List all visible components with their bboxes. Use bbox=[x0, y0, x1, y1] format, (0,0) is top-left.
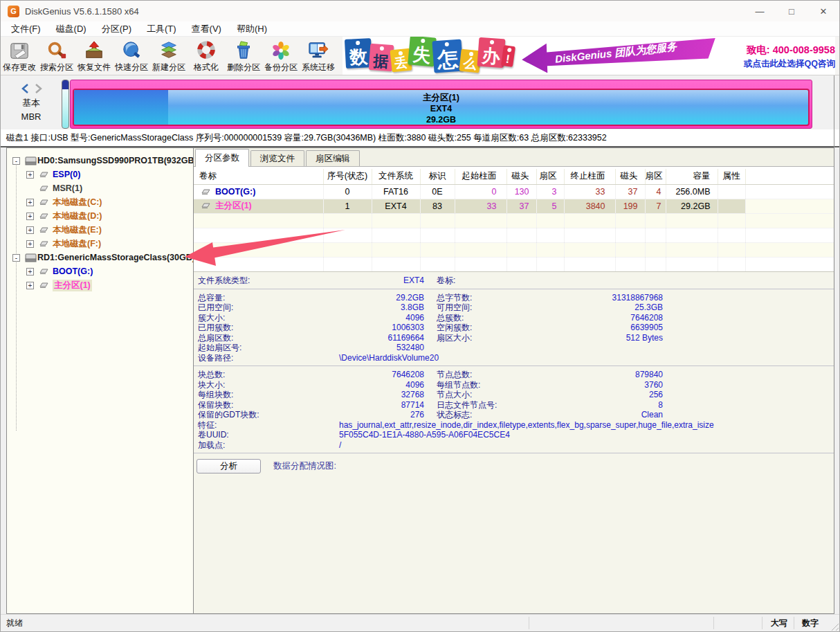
device-tree: - HD0:SamsungSSD990PRO1TB(932GB) + ESP(0… bbox=[7, 148, 194, 613]
partition-block[interactable]: 主分区(1) EXT4 29.2GB bbox=[73, 89, 810, 126]
expander-icon[interactable]: + bbox=[26, 213, 34, 220]
partition-icon bbox=[201, 188, 211, 195]
disk-map-bar: 主分区(1) EXT4 29.2GB bbox=[70, 80, 812, 129]
banner-team-text: DiskGenius 团队为您服务 bbox=[521, 40, 677, 72]
menu-partition[interactable]: 分区(P) bbox=[94, 21, 139, 37]
partition-icon bbox=[39, 240, 49, 247]
prev-disk-icon[interactable] bbox=[20, 82, 30, 95]
menu-tools[interactable]: 工具(T) bbox=[139, 21, 184, 37]
status-bar: 就绪 大写 数字 bbox=[1, 614, 839, 631]
recover-files-icon bbox=[84, 40, 104, 61]
app-title: DiskGenius V5.6.1.1580 x64 bbox=[25, 6, 139, 17]
num-lock-indicator: 数字 bbox=[796, 617, 825, 629]
analyze-button[interactable]: 分析 bbox=[197, 459, 261, 473]
status-divider bbox=[794, 617, 794, 629]
content-panel: 分区参数 浏览文件 扇区编辑 卷标序号(状态)文件系统 标识起始柱面磁头 扇区终… bbox=[194, 148, 834, 613]
resize-grip[interactable] bbox=[830, 622, 839, 631]
caps-lock-indicator: 大写 bbox=[765, 617, 794, 629]
minimize-button[interactable]: — bbox=[744, 1, 776, 21]
tab-strip: 分区参数 浏览文件 扇区编辑 bbox=[194, 148, 834, 167]
partition-icon bbox=[39, 268, 49, 275]
title-bar: G DiskGenius V5.6.1.1580 x64 — □ ✕ bbox=[1, 1, 839, 21]
main-area: - HD0:SamsungSSD990PRO1TB(932GB) + ESP(0… bbox=[6, 147, 834, 614]
partition-icon bbox=[39, 199, 49, 206]
expander-icon[interactable]: + bbox=[26, 226, 34, 234]
partition-icon bbox=[39, 171, 49, 178]
next-disk-icon[interactable] bbox=[33, 82, 44, 95]
new-partition-icon bbox=[158, 40, 179, 61]
expander-icon[interactable]: - bbox=[12, 157, 20, 165]
empty-row bbox=[194, 228, 834, 242]
banner-contact: 致电: 400-008-9958 或点击此处选择QQ咨询 bbox=[720, 44, 835, 70]
partition-icon bbox=[39, 282, 49, 289]
diskgenius-window: G DiskGenius V5.6.1.1580 x64 — □ ✕ 文件(F)… bbox=[0, 0, 840, 632]
partition-icon bbox=[39, 185, 49, 192]
tree-item-hd0[interactable]: - HD0:SamsungSSD990PRO1TB(932GB) bbox=[7, 154, 193, 168]
tree-item-primary-partition[interactable]: + 主分区(1) bbox=[7, 278, 193, 292]
partition-overview-panel: 基本 MBR 主分区(1) EXT4 29.2GB bbox=[1, 75, 839, 129]
expander-icon[interactable]: + bbox=[26, 268, 34, 276]
menu-bar: 文件(F) 磁盘(D) 分区(P) 工具(T) 查看(V) 帮助(H) bbox=[1, 21, 839, 37]
app-logo-icon: G bbox=[8, 6, 19, 17]
window-controls: — □ ✕ bbox=[744, 1, 839, 21]
banner-qq-link[interactable]: 或点击此处选择QQ咨询 bbox=[720, 58, 835, 70]
status-divider bbox=[529, 617, 529, 629]
banner-arrow: DiskGenius 团队为您服务 bbox=[521, 37, 716, 74]
menu-help[interactable]: 帮助(H) bbox=[229, 21, 275, 37]
partition-table: 卷标序号(状态)文件系统 标识起始柱面磁头 扇区终止柱面磁头 扇区容量属性 BO… bbox=[194, 169, 834, 272]
delete-partition-button[interactable]: 删除分区 bbox=[225, 37, 262, 75]
tree-item-disk-c[interactable]: + 本地磁盘(C:) bbox=[7, 195, 193, 209]
maximize-button[interactable]: □ bbox=[776, 1, 807, 21]
empty-row bbox=[194, 213, 834, 228]
table-row-primary-partition[interactable]: 主分区(1) 1EXT483 33375 38401997 29.2GB bbox=[194, 199, 834, 213]
tree-item-boot-g[interactable]: + BOOT(G:) bbox=[7, 264, 193, 278]
section-divider bbox=[194, 365, 834, 366]
search-partition-button[interactable]: 搜索分区 bbox=[38, 37, 75, 75]
menu-file[interactable]: 文件(F) bbox=[3, 21, 48, 37]
status-divider bbox=[713, 617, 714, 629]
partition-icon bbox=[39, 213, 49, 219]
recover-files-button[interactable]: 恢复文件 bbox=[75, 37, 113, 75]
menu-view[interactable]: 查看(V) bbox=[184, 21, 229, 37]
save-changes-button[interactable]: 保存更改 bbox=[1, 37, 38, 75]
tab-sector-edit[interactable]: 扇区编辑 bbox=[306, 150, 360, 166]
tree-item-rd1[interactable]: - RD1:GenericMassStorageClass(30GB) bbox=[7, 251, 193, 264]
table-row-boot[interactable]: BOOT(G:) 0FAT160E 01303 33374 256.0MB bbox=[194, 184, 834, 199]
expander-icon[interactable]: + bbox=[26, 171, 34, 179]
tab-partition-params[interactable]: 分区参数 bbox=[195, 149, 249, 167]
expander-icon[interactable]: + bbox=[26, 240, 34, 248]
section-divider bbox=[194, 289, 834, 289]
allocation-chart-label: 数据分配情况图: bbox=[273, 460, 336, 472]
close-button[interactable]: ✕ bbox=[807, 1, 839, 21]
format-button[interactable]: 格式化 bbox=[188, 37, 225, 75]
disk-usage-gauge bbox=[62, 80, 69, 129]
partition-details: 文件系统类型:EXT4卷标: 总容量:29.2GB总字节数:3131886796… bbox=[194, 271, 834, 613]
promo-banner: 数 据 丢 失 怎 么 办 ! DiskGenius 团队为您服务 致电: 40… bbox=[343, 37, 835, 75]
tree-item-disk-d[interactable]: + 本地磁盘(D:) bbox=[7, 209, 193, 223]
menu-disk[interactable]: 磁盘(D) bbox=[48, 21, 94, 37]
tree-item-esp[interactable]: + ESP(0) bbox=[7, 168, 193, 181]
tree-item-label: 本地磁盘(D:) bbox=[53, 210, 102, 222]
banner-tile: ! bbox=[501, 45, 515, 67]
tree-item-msr[interactable]: MSR(1) bbox=[7, 181, 193, 195]
system-migrate-button[interactable]: 系统迁移 bbox=[300, 37, 337, 75]
new-partition-button[interactable]: 新建分区 bbox=[150, 37, 188, 75]
disk-icon bbox=[25, 253, 37, 262]
format-icon bbox=[196, 40, 217, 61]
ext4-section: 块总数:7646208节点总数:879840 块大小:4096每组节点数:376… bbox=[194, 370, 834, 450]
table-header-row: 卷标序号(状态)文件系统 标识起始柱面磁头 扇区终止柱面磁头 扇区容量属性 bbox=[194, 169, 834, 184]
disk-scheme-label: 基本 MBR bbox=[9, 96, 53, 124]
quick-partition-button[interactable]: 快速分区 bbox=[113, 37, 150, 75]
quick-partition-icon bbox=[121, 40, 142, 61]
tree-item-label: BOOT(G:) bbox=[53, 267, 93, 276]
expander-icon[interactable]: + bbox=[26, 199, 34, 206]
tab-browse-files[interactable]: 浏览文件 bbox=[250, 150, 304, 166]
tree-item-disk-f[interactable]: + 本地磁盘(F:) bbox=[7, 237, 193, 251]
empty-row bbox=[194, 257, 834, 271]
tree-item-label: HD0:SamsungSSD990PRO1TB(932GB) bbox=[37, 156, 194, 165]
tree-item-disk-e[interactable]: + 本地磁盘(E:) bbox=[7, 223, 193, 237]
tree-item-label: 主分区(1) bbox=[53, 280, 92, 291]
expander-icon[interactable]: - bbox=[12, 254, 20, 262]
backup-partition-button[interactable]: 备份分区 bbox=[262, 37, 300, 75]
expander-icon[interactable]: + bbox=[26, 282, 34, 289]
